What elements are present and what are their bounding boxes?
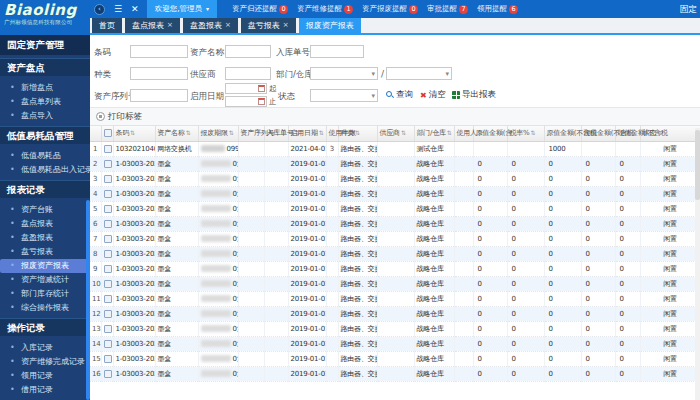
tab[interactable]: 盘亏报表× — [241, 18, 296, 33]
sort-icon[interactable]: ⇅ — [401, 129, 406, 136]
print-label-button[interactable]: 打印标签 — [90, 107, 700, 126]
row-checkbox[interactable] — [104, 220, 112, 228]
sort-icon[interactable]: ⇅ — [447, 129, 452, 136]
tab-close-icon[interactable]: × — [167, 18, 173, 33]
supplier-input[interactable] — [225, 67, 271, 80]
inbound-no-input[interactable] — [310, 45, 364, 58]
sidebar-item[interactable]: 报废资产报表 — [0, 259, 90, 273]
notification-item[interactable]: 资产报废提醒0 — [362, 4, 418, 14]
calendar-icon[interactable] — [258, 98, 265, 105]
row-checkbox[interactable] — [104, 160, 112, 168]
sort-icon[interactable]: ⇅ — [130, 129, 135, 136]
tab[interactable]: 盘盈报表× — [183, 18, 238, 33]
sidebar-item[interactable]: 盘点单列表 — [0, 95, 90, 109]
tab[interactable]: 盘点报表× — [125, 18, 180, 33]
row-checkbox[interactable] — [104, 250, 112, 258]
tab[interactable]: 报废资产报表 — [299, 18, 361, 33]
column-header[interactable]: 种类⇅ — [338, 126, 377, 141]
sidebar-item[interactable]: 盘点导入 — [0, 109, 90, 123]
column-header[interactable]: 资产名称⇅ — [155, 126, 198, 141]
dept-select[interactable] — [310, 67, 378, 80]
column-header[interactable] — [90, 126, 101, 141]
column-header[interactable]: 部门/仓库⇅ — [414, 126, 454, 141]
category-input[interactable] — [130, 67, 188, 80]
sidebar-item[interactable]: 盘盈报表 — [0, 231, 90, 245]
column-header[interactable]: 现值金额(不含税 — [615, 126, 640, 141]
sort-icon[interactable]: ⇅ — [229, 129, 234, 136]
column-header[interactable]: 条码⇅ — [113, 126, 155, 141]
user-menu[interactable]: 欢迎您,管理员▾ — [147, 0, 217, 18]
column-header[interactable]: 状态⇅ — [640, 126, 700, 141]
export-button[interactable]: 导出报表 — [452, 89, 496, 101]
sidebar-section-title[interactable]: 操作记录 — [0, 318, 90, 336]
row-checkbox[interactable] — [104, 340, 112, 348]
sidebar-item[interactable]: 资产增减统计 — [0, 273, 90, 287]
row-checkbox[interactable] — [104, 190, 112, 198]
column-header[interactable]: 使用年限 — [326, 126, 338, 141]
sidebar-item[interactable]: 盘亏报表 — [0, 245, 90, 259]
row-checkbox[interactable] — [104, 265, 112, 273]
notification-item[interactable]: 资产归还提醒0 — [232, 4, 288, 14]
sidebar-item[interactable]: 入库记录 — [0, 341, 90, 355]
tab-close-icon[interactable]: × — [225, 18, 231, 33]
sidebar-item[interactable]: 资产台账 — [0, 203, 90, 217]
sidebar-item[interactable]: 资产维修完成记录 — [0, 355, 90, 369]
column-header[interactable]: 报废期限⇅ — [198, 126, 238, 141]
row-checkbox[interactable] — [104, 355, 112, 363]
column-header[interactable]: 税率%⇅ — [507, 126, 544, 141]
row-checkbox[interactable] — [104, 325, 112, 333]
row-checkbox[interactable] — [104, 145, 112, 153]
row-checkbox[interactable] — [104, 295, 112, 303]
calendar-icon[interactable] — [258, 85, 265, 92]
barcode-input[interactable] — [130, 45, 188, 58]
warehouse-select[interactable] — [386, 67, 452, 80]
search-button[interactable]: 查询 — [386, 89, 413, 101]
column-header[interactable] — [101, 126, 113, 141]
table-scrollbar[interactable] — [695, 128, 700, 400]
sort-icon[interactable]: ⇅ — [657, 129, 662, 136]
sidebar-item[interactable]: 部门库存统计 — [0, 287, 90, 301]
tab-close-icon[interactable]: × — [283, 18, 289, 33]
sidebar-item[interactable]: 低值易耗品 — [0, 149, 90, 163]
row-checkbox[interactable] — [104, 370, 112, 378]
sidebar-section-title[interactable]: 低值易耗品管理 — [0, 126, 90, 144]
sidebar-item[interactable]: 领用记录 — [0, 369, 90, 383]
collapse-sidebar-icon[interactable]: ‹ — [94, 4, 105, 15]
asset-name-input[interactable] — [225, 45, 271, 58]
notification-item[interactable]: 领用提醒6 — [477, 4, 518, 14]
sidebar-section-title[interactable]: 资产盘点 — [0, 58, 90, 76]
row-checkbox[interactable] — [104, 175, 112, 183]
column-header[interactable]: 原值金额(含 — [473, 126, 507, 141]
clear-button[interactable]: ✖清空 — [420, 89, 446, 101]
sidebar-item[interactable]: 借用记录 — [0, 383, 90, 397]
select-all-checkbox[interactable] — [104, 129, 112, 137]
close-icon[interactable]: ✕ — [131, 0, 139, 18]
serial-no-input[interactable] — [130, 89, 188, 102]
column-header[interactable]: 启用日期⇅ — [288, 126, 326, 141]
sidebar-section-title[interactable]: 报表记录 — [0, 180, 90, 198]
column-header[interactable]: 使用人⇅ — [454, 126, 473, 141]
tab[interactable]: 首页 — [92, 18, 122, 33]
column-header[interactable]: 入库单号⇅ — [264, 126, 288, 141]
sort-icon[interactable]: ⇅ — [319, 129, 324, 136]
sidebar-item[interactable]: 低值易耗品出入记录 — [0, 163, 90, 177]
row-checkbox[interactable] — [104, 310, 112, 318]
sort-icon[interactable]: ⇅ — [355, 129, 360, 136]
menu-icon[interactable]: ☰ — [114, 0, 122, 18]
row-checkbox[interactable] — [104, 235, 112, 243]
row-checkbox[interactable] — [104, 205, 112, 213]
sort-icon[interactable]: ⇅ — [186, 129, 191, 136]
column-header[interactable]: 供应商⇅ — [377, 126, 414, 141]
row-checkbox[interactable] — [104, 280, 112, 288]
status-select[interactable] — [310, 89, 378, 102]
notification-item[interactable]: 审批提醒7 — [427, 4, 468, 14]
sidebar-item[interactable]: 新增盘点 — [0, 81, 90, 95]
table-scrollbar-thumb[interactable] — [695, 130, 700, 200]
sidebar-item[interactable]: 盘点报表 — [0, 217, 90, 231]
column-header[interactable]: 现值金额(不含税 — [581, 126, 615, 141]
sidebar-item[interactable]: 综合操作报表 — [0, 301, 90, 315]
column-header[interactable]: 原值金额(不含税 — [544, 126, 581, 141]
sort-icon[interactable]: ⇅ — [531, 129, 536, 136]
column-header[interactable]: 资产序列号 — [238, 126, 264, 141]
notification-item[interactable]: 资产维修提醒1 — [297, 4, 353, 14]
